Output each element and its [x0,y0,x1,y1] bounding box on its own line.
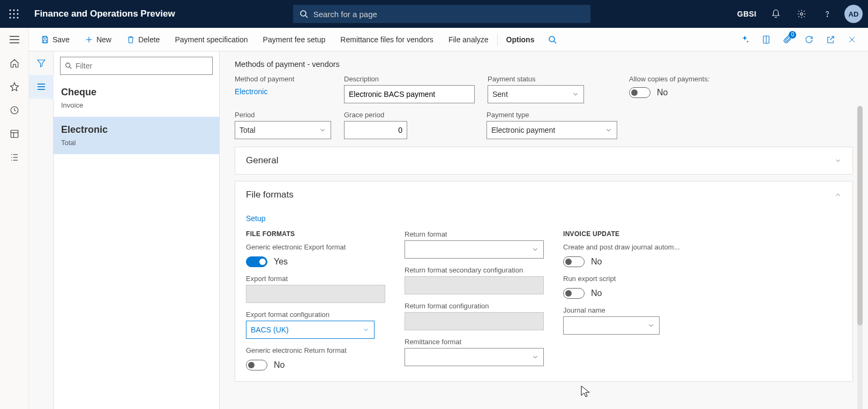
chevron-down-icon [532,353,539,361]
payment-status-select[interactable]: Sent [488,85,584,103]
list-filter-container [54,51,219,79]
waffle-icon [9,9,19,19]
search-icon [548,35,557,44]
nav-expand-button[interactable] [0,28,29,51]
list-filter-input[interactable] [76,62,208,70]
svg-line-31 [554,41,556,43]
app-launcher-button[interactable] [0,0,28,28]
nav-recent-button[interactable] [0,99,29,122]
svg-point-5 [17,13,19,15]
notifications-button[interactable] [765,0,787,28]
general-fasttab: General [235,147,853,175]
run-export-label: Run export script [563,275,702,283]
nav-workspaces-button[interactable] [0,122,29,146]
list-item-sub: Total [61,139,212,147]
delete-label: Delete [138,35,160,44]
description-label: Description [344,75,475,83]
svg-point-8 [17,17,19,19]
chevron-down-icon [834,157,842,164]
company-label[interactable]: GBSI [737,10,757,18]
nav-modules-button[interactable] [0,146,29,169]
svg-line-40 [70,67,72,69]
payment-type-select[interactable]: Electronic payment [487,121,617,139]
grace-period-input[interactable] [344,121,407,139]
generic-return-toggle[interactable] [246,360,267,370]
new-button[interactable]: New [77,28,119,51]
close-icon [848,35,856,44]
sparkle-icon [740,35,750,44]
copilot-button[interactable] [735,28,754,51]
list-view-button[interactable] [29,75,54,99]
period-label: Period [235,111,331,119]
payment-specification-button[interactable]: Payment specification [167,28,255,51]
close-button[interactable] [842,28,862,51]
return-secondary-input [405,276,544,294]
refresh-icon [804,35,814,44]
separator [497,33,498,46]
list-icon [36,83,46,90]
description-input[interactable] [344,85,475,103]
svg-point-30 [549,36,555,42]
remittance-format-select[interactable] [405,348,544,366]
return-format-select[interactable] [405,240,544,259]
svg-point-12 [827,16,827,17]
scrollbar-thumb[interactable] [857,106,863,325]
period-select[interactable]: Total [235,121,331,139]
grace-period-label: Grace period [344,111,407,119]
create-post-toggle[interactable] [563,256,585,267]
help-button[interactable] [817,0,838,28]
file-formats-fasttab: File formats Setup FILE FORMATS Generic … [235,181,853,382]
nav-favorites-button[interactable] [0,75,29,99]
return-format-label: Return format [405,230,544,238]
svg-line-10 [305,16,308,18]
journal-name-label: Journal name [563,306,660,314]
export-format-config-select[interactable]: BACS (UK) [246,321,375,339]
allow-copies-toggle[interactable] [629,87,650,98]
user-avatar[interactable]: AD [844,5,863,23]
attachments-count: 0 [789,31,796,39]
file-formats-fasttab-header[interactable]: File formats [235,181,852,208]
method-of-payment-value[interactable]: Electronic [235,85,331,98]
command-search-button[interactable] [542,28,563,51]
list-item-title: Cheque [61,87,212,98]
chevron-down-icon [572,90,579,98]
svg-point-0 [10,10,11,11]
nav-home-button[interactable] [0,51,29,75]
svg-rect-26 [43,36,46,38]
generic-export-toggle[interactable] [246,256,267,267]
generic-return-label: Generic electronic Return format [246,346,385,354]
delete-button[interactable]: Delete [119,28,167,51]
remittance-files-button[interactable]: Remittance files for vendors [333,28,441,51]
remittance-format-label: Remittance format [405,338,544,346]
page-options-button[interactable] [757,28,776,51]
popout-button[interactable] [821,28,840,51]
payment-type-label: Payment type [487,111,617,119]
refresh-button[interactable] [799,28,819,51]
payment-fee-setup-button[interactable]: Payment fee setup [256,28,333,51]
setup-link[interactable]: Setup [246,214,266,223]
svg-point-1 [13,10,15,11]
svg-point-6 [10,17,11,19]
list-panel: Cheque Invoice Electronic Total [54,51,220,409]
save-label: Save [53,35,70,44]
list-filter-box[interactable] [60,57,213,75]
list-item-electronic[interactable]: Electronic Total [54,117,219,154]
gear-icon [797,9,806,19]
general-fasttab-header[interactable]: General [235,147,852,174]
file-analyze-button[interactable]: File analyze [441,28,496,51]
page-title: Methods of payment - vendors [235,60,853,69]
create-post-value: No [591,257,602,267]
list-item-cheque[interactable]: Cheque Invoice [54,79,219,117]
settings-button[interactable] [791,0,812,28]
save-button[interactable]: Save [33,28,77,51]
search-input[interactable] [313,10,584,19]
journal-name-select[interactable] [563,316,660,335]
attachments-button[interactable]: 0 [778,28,797,51]
funnel-icon [36,58,46,68]
global-search[interactable] [293,5,590,23]
options-button[interactable]: Options [499,28,542,51]
svg-rect-27 [43,40,46,42]
filter-pane-button[interactable] [29,51,54,75]
run-export-toggle[interactable] [563,288,585,299]
list-item-sub: Invoice [61,101,212,109]
